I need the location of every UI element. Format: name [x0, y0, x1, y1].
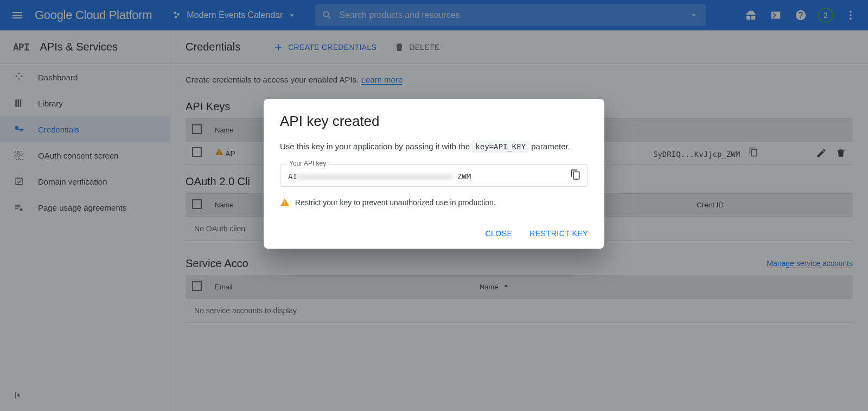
api-key-field: Your API key AIxxxxxxxxxxxxxxxxxxxxxxxxx… [280, 164, 588, 187]
field-label: Your API key [286, 160, 329, 167]
copy-icon[interactable] [570, 169, 581, 182]
modal-scrim[interactable]: API key created Use this key in your app… [0, 0, 868, 411]
restrict-warning: Restrict your key to prevent unauthorize… [280, 198, 588, 207]
api-key-value[interactable]: AIxxxxxxxxxxxxxxxxxxxxxxxxxxxxxxxxxx_ZWM [288, 172, 561, 181]
api-key-created-modal: API key created Use this key in your app… [264, 99, 604, 249]
warning-icon [280, 198, 290, 207]
close-button[interactable]: Close [485, 229, 512, 238]
modal-description: Use this key in your application by pass… [280, 142, 588, 151]
restrict-key-button[interactable]: Restrict Key [529, 229, 588, 238]
modal-title: API key created [280, 113, 588, 130]
